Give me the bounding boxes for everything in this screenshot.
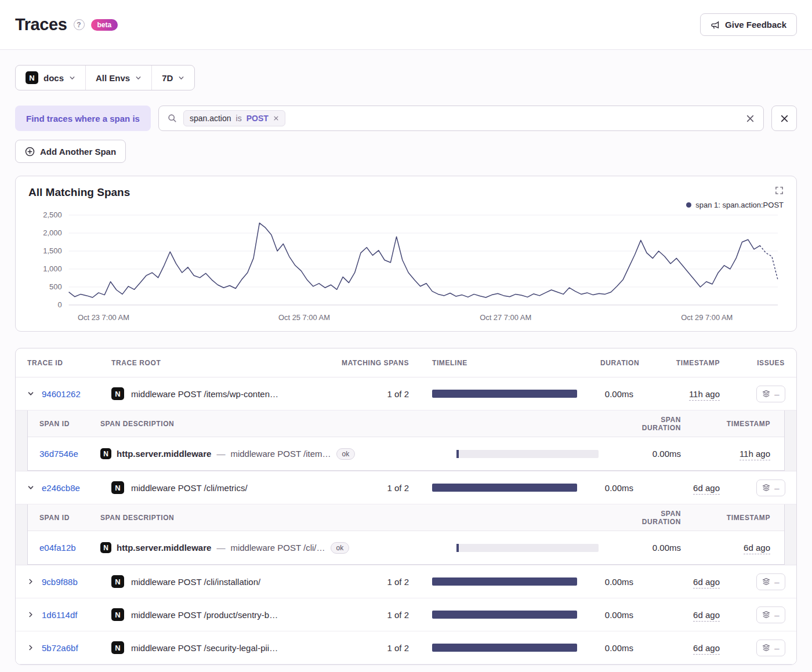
issues-empty-dash: – bbox=[774, 577, 779, 587]
issues-button[interactable]: – bbox=[756, 480, 785, 496]
svg-text:Oct 23 7:00 AM: Oct 23 7:00 AM bbox=[78, 313, 129, 322]
issues-icon bbox=[762, 644, 770, 652]
span-header-row: SPAN ID SPAN DESCRIPTION SPAN DURATION T… bbox=[28, 411, 784, 437]
spans-line-chart[interactable]: 05001,0001,5002,0002,500Oct 23 7:00 AMOc… bbox=[28, 210, 784, 326]
chevron-down-icon[interactable] bbox=[24, 387, 38, 401]
duration-value: 0.00ms bbox=[600, 483, 661, 493]
issues-button[interactable]: – bbox=[756, 573, 785, 590]
chevron-right-icon[interactable] bbox=[24, 575, 38, 589]
date-range-selector[interactable]: 7D bbox=[152, 66, 194, 90]
table-row[interactable]: 5b72a6bf N middleware POST /security-leg… bbox=[16, 631, 796, 664]
trace-root-label: middleware POST /product/sentry-b… bbox=[131, 610, 278, 620]
page-header: Traces ? beta Give Feedback bbox=[0, 0, 812, 50]
traces-table: TRACE ID TRACE ROOT MATCHING SPANS TIMEL… bbox=[15, 348, 797, 665]
give-feedback-button[interactable]: Give Feedback bbox=[700, 13, 797, 36]
col-header-issues: ISSUES bbox=[745, 359, 796, 367]
nextjs-project-icon: N bbox=[111, 608, 124, 621]
col-header-span-duration: SPAN DURATION bbox=[622, 510, 697, 526]
svg-text:2,500: 2,500 bbox=[43, 210, 61, 219]
nextjs-project-icon: N bbox=[100, 448, 111, 459]
col-header-span-timestamp: TIMESTAMP bbox=[697, 420, 784, 428]
matching-spans-count: 1 of 2 bbox=[339, 389, 432, 399]
issues-empty-dash: – bbox=[774, 643, 779, 653]
token-remove-icon[interactable] bbox=[273, 115, 279, 121]
environment-selector[interactable]: All Envs bbox=[86, 66, 152, 90]
span-row[interactable]: e04fa12b N http.server.middleware — midd… bbox=[28, 531, 784, 564]
span-id-link[interactable]: e04fa12b bbox=[39, 543, 76, 553]
timestamp-value[interactable]: 11h ago bbox=[689, 389, 720, 401]
chevron-right-icon[interactable] bbox=[24, 608, 38, 622]
matching-spans-count: 1 of 2 bbox=[339, 483, 432, 493]
svg-text:Oct 29 7:00 AM: Oct 29 7:00 AM bbox=[681, 313, 733, 322]
chevron-right-icon[interactable] bbox=[24, 641, 38, 655]
span-row[interactable]: 36d7546e N http.server.middleware — midd… bbox=[28, 437, 784, 470]
chevron-down-icon bbox=[69, 75, 75, 81]
span-operation: http.server.middleware bbox=[117, 449, 211, 459]
megaphone-icon bbox=[710, 20, 720, 30]
span-status-badge: ok bbox=[336, 448, 356, 460]
trace-id-link[interactable]: 9cb9f88b bbox=[42, 577, 78, 587]
table-row[interactable]: 94601262 N middleware POST /items/wp-con… bbox=[16, 377, 796, 411]
span-timestamp-value[interactable]: 6d ago bbox=[744, 543, 770, 554]
span-duration-value: 0.00ms bbox=[622, 449, 697, 459]
issues-empty-dash: – bbox=[774, 483, 779, 493]
find-traces-label[interactable]: Find traces where a span is bbox=[15, 106, 151, 131]
col-header-duration: DURATION bbox=[600, 359, 661, 367]
duration-value: 0.00ms bbox=[600, 643, 661, 653]
timestamp-value[interactable]: 6d ago bbox=[693, 643, 720, 655]
clear-search-icon[interactable] bbox=[746, 114, 755, 123]
span-duration-value: 0.00ms bbox=[622, 543, 697, 553]
span-search-input[interactable]: span.action is POST bbox=[158, 106, 764, 131]
legend-label: span 1: span.action:POST bbox=[695, 201, 784, 209]
col-header-span-id: SPAN ID bbox=[28, 514, 100, 522]
trace-id-link[interactable]: 5b72a6bf bbox=[42, 643, 78, 653]
table-row[interactable]: 9cb9f88b N middleware POST /cli/installa… bbox=[16, 565, 796, 598]
svg-text:Oct 27 7:00 AM: Oct 27 7:00 AM bbox=[480, 313, 531, 322]
remove-span-filter-button[interactable] bbox=[771, 106, 797, 131]
span-description: middleware POST /cli/… bbox=[230, 543, 325, 553]
matching-spans-count: 1 of 2 bbox=[339, 610, 432, 620]
trace-id-link[interactable]: e246cb8e bbox=[42, 483, 80, 493]
fullscreen-icon[interactable] bbox=[775, 186, 784, 195]
issues-button[interactable]: – bbox=[756, 386, 785, 402]
separator-dash: — bbox=[216, 449, 225, 459]
svg-text:Oct 25 7:00 AM: Oct 25 7:00 AM bbox=[278, 313, 330, 322]
add-another-span-button[interactable]: Add Another Span bbox=[15, 140, 126, 163]
span-id-link[interactable]: 36d7546e bbox=[39, 449, 78, 459]
duration-value: 0.00ms bbox=[600, 610, 661, 620]
page-filter-bar: N docs All Envs 7D bbox=[15, 65, 195, 90]
timestamp-value[interactable]: 6d ago bbox=[693, 610, 720, 622]
duration-value: 0.00ms bbox=[600, 389, 661, 399]
issues-icon bbox=[762, 611, 770, 619]
chart-title: All Matching Spans bbox=[28, 186, 130, 199]
all-matching-spans-panel: All Matching Spans span 1: span.action:P… bbox=[15, 176, 797, 332]
issues-icon bbox=[762, 484, 770, 492]
trace-id-link[interactable]: 1d6114df bbox=[42, 610, 77, 620]
project-selector[interactable]: N docs bbox=[16, 66, 86, 90]
span-timeline-bar bbox=[456, 450, 599, 458]
legend-dot bbox=[686, 202, 691, 208]
nextjs-project-icon: N bbox=[111, 387, 124, 400]
help-icon[interactable]: ? bbox=[74, 19, 85, 30]
col-header-span-id: SPAN ID bbox=[28, 420, 100, 428]
issues-button[interactable]: – bbox=[756, 640, 785, 656]
timestamp-value[interactable]: 6d ago bbox=[693, 577, 720, 589]
nextjs-project-icon: N bbox=[111, 575, 124, 588]
chevron-down-icon[interactable] bbox=[24, 481, 38, 495]
issues-button[interactable]: – bbox=[756, 606, 785, 623]
timestamp-value[interactable]: 6d ago bbox=[693, 483, 720, 495]
matching-spans-count: 1 of 2 bbox=[339, 577, 432, 587]
svg-text:1,000: 1,000 bbox=[43, 264, 61, 273]
col-header-span-description: SPAN DESCRIPTION bbox=[100, 514, 456, 522]
give-feedback-label: Give Feedback bbox=[725, 20, 786, 30]
search-token[interactable]: span.action is POST bbox=[183, 110, 285, 126]
col-header-span-description: SPAN DESCRIPTION bbox=[100, 420, 456, 428]
chevron-down-icon bbox=[178, 75, 184, 81]
token-value: POST bbox=[246, 114, 269, 123]
col-header-trace-id: TRACE ID bbox=[16, 359, 111, 367]
table-row[interactable]: 1d6114df N middleware POST /product/sent… bbox=[16, 598, 796, 631]
span-timestamp-value[interactable]: 11h ago bbox=[740, 449, 770, 460]
svg-text:2,000: 2,000 bbox=[43, 228, 61, 237]
table-row[interactable]: e246cb8e N middleware POST /cli/metrics/… bbox=[16, 471, 796, 504]
trace-id-link[interactable]: 94601262 bbox=[42, 389, 81, 399]
